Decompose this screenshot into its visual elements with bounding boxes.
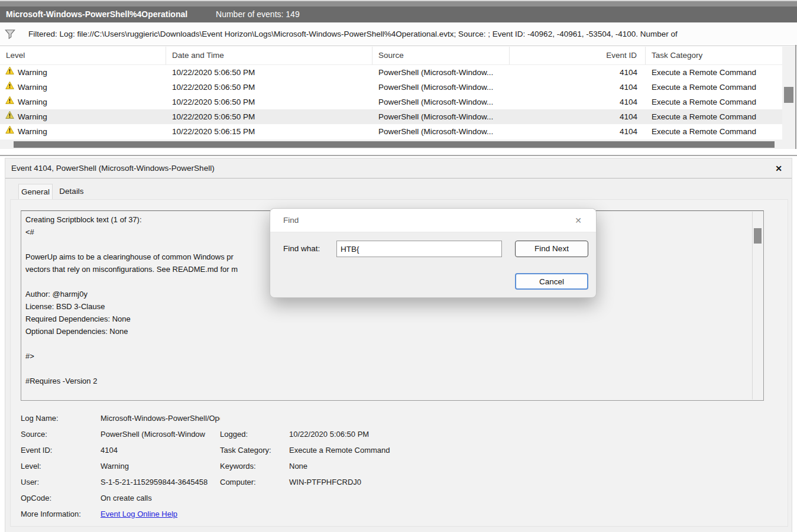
property-value: PowerShell (Microsoft-Window bbox=[101, 426, 220, 442]
scriptblock-line: Required Dependencies: None bbox=[25, 313, 749, 325]
find-what-input[interactable] bbox=[336, 241, 502, 257]
property-value bbox=[289, 410, 777, 426]
property-row: OpCode: On create calls bbox=[21, 490, 777, 506]
row-source: PowerShell (Microsoft-Window... bbox=[372, 124, 510, 139]
property-row: Log Name: Microsoft-Windows-PowerShell/O… bbox=[21, 410, 777, 426]
find-dialog-titlebar[interactable]: Find ✕ bbox=[270, 209, 596, 232]
scriptblock-line bbox=[25, 362, 749, 375]
event-viewer-window: Microsoft-Windows-PowerShell%4Operationa… bbox=[0, 0, 797, 532]
property-label: More Information: bbox=[21, 506, 101, 522]
filter-funnel-icon bbox=[5, 29, 15, 41]
scriptblock-line bbox=[25, 338, 749, 350]
row-datetime: 10/22/2020 5:06:50 PM bbox=[166, 109, 372, 124]
property-value: On create calls bbox=[101, 490, 220, 506]
column-header-datetime[interactable]: Date and Time bbox=[166, 47, 372, 64]
table-row[interactable]: Warning 10/22/2020 5:06:50 PM PowerShell… bbox=[0, 95, 782, 109]
row-task-category: Execute a Remote Command bbox=[646, 109, 782, 124]
property-value: 4104 bbox=[101, 442, 220, 458]
detail-pane-title: Event 4104, PowerShell (Microsoft-Window… bbox=[11, 158, 215, 179]
row-source: PowerShell (Microsoft-Window... bbox=[372, 95, 510, 109]
table-horizontal-scrollbar[interactable] bbox=[0, 140, 782, 149]
window-top-strip bbox=[0, 0, 797, 7]
event-log-online-help-link[interactable]: Event Log Online Help bbox=[101, 506, 220, 522]
event-properties: Log Name: Microsoft-Windows-PowerShell/O… bbox=[21, 410, 777, 522]
warning-icon bbox=[5, 65, 14, 80]
row-level: Warning bbox=[18, 95, 47, 109]
table-row[interactable]: Warning 10/22/2020 5:06:50 PM PowerShell… bbox=[0, 65, 782, 80]
message-vertical-scrollbar[interactable] bbox=[752, 212, 763, 400]
table-vertical-scrollbar[interactable] bbox=[782, 47, 795, 149]
property-value: Execute a Remote Command bbox=[289, 442, 777, 458]
row-datetime: 10/22/2020 5:06:15 PM bbox=[166, 124, 372, 139]
tab-details[interactable]: Details bbox=[54, 184, 89, 199]
property-label: Logged: bbox=[220, 426, 289, 442]
property-value: Warning bbox=[101, 458, 220, 474]
find-next-button[interactable]: Find Next bbox=[515, 241, 588, 257]
scrollbar-thumb[interactable] bbox=[14, 141, 775, 148]
splitter-line bbox=[0, 155, 797, 156]
row-task-category: Execute a Remote Command bbox=[646, 95, 782, 109]
row-datetime: 10/22/2020 5:06:50 PM bbox=[166, 65, 372, 80]
row-level: Warning bbox=[18, 80, 47, 95]
row-source: PowerShell (Microsoft-Window... bbox=[372, 65, 510, 80]
column-header-level[interactable]: Level bbox=[0, 47, 166, 64]
property-label: Level: bbox=[21, 458, 101, 474]
warning-icon bbox=[5, 95, 14, 109]
event-count: Number of events: 149 bbox=[216, 9, 300, 19]
property-value: None bbox=[289, 458, 777, 474]
property-row: Event ID: 4104 Task Category: Execute a … bbox=[21, 442, 777, 458]
column-header-source[interactable]: Source bbox=[372, 47, 510, 64]
warning-icon bbox=[5, 109, 14, 124]
property-row: Level: Warning Keywords: None bbox=[21, 458, 777, 474]
property-row: User: S-1-5-21-1152959844-3645458 Comput… bbox=[21, 474, 777, 490]
property-label: Source: bbox=[21, 426, 101, 442]
warning-icon bbox=[5, 124, 14, 139]
property-label bbox=[220, 490, 289, 506]
warning-icon bbox=[5, 80, 14, 95]
scriptblock-line: #Requires -Version 2 bbox=[25, 375, 749, 387]
property-label bbox=[220, 410, 289, 426]
row-event-id: 4104 bbox=[510, 80, 646, 95]
row-event-id: 4104 bbox=[510, 124, 646, 139]
table-row[interactable]: Warning 10/22/2020 5:06:15 PM PowerShell… bbox=[0, 124, 782, 139]
property-value: Microsoft-Windows-PowerShell/Operational bbox=[101, 410, 220, 426]
row-event-id: 4104 bbox=[510, 65, 646, 80]
scrollbar-thumb[interactable] bbox=[754, 228, 762, 244]
close-icon[interactable]: ✕ bbox=[773, 163, 785, 174]
row-task-category: Execute a Remote Command bbox=[646, 65, 782, 80]
row-level: Warning bbox=[18, 109, 47, 124]
property-label: Keywords: bbox=[220, 458, 289, 474]
column-header-task-category[interactable]: Task Category bbox=[646, 47, 782, 64]
find-dialog: Find ✕ Find what: Find Next Cancel bbox=[270, 208, 597, 298]
property-value: S-1-5-21-1152959844-3645458 bbox=[101, 474, 220, 490]
filter-bar: Filtered: Log: file://C:\Users\ruggieric… bbox=[0, 22, 797, 46]
row-level: Warning bbox=[18, 65, 47, 80]
cancel-button[interactable]: Cancel bbox=[515, 273, 588, 290]
log-name: Microsoft-Windows-PowerShell%4Operationa… bbox=[6, 9, 187, 19]
table-row[interactable]: Warning 10/22/2020 5:06:50 PM PowerShell… bbox=[0, 80, 782, 95]
scrollbar-thumb[interactable] bbox=[784, 87, 793, 103]
find-dialog-title: Find bbox=[283, 209, 299, 232]
log-title-bar: Microsoft-Windows-PowerShell%4Operationa… bbox=[0, 7, 797, 22]
event-table-header: Level Date and Time Source Event ID Task… bbox=[0, 47, 782, 65]
property-label: User: bbox=[21, 474, 101, 490]
filter-description: Filtered: Log: file://C:\Users\ruggieric… bbox=[28, 22, 678, 46]
property-value: 10/22/2020 5:06:50 PM bbox=[289, 426, 777, 442]
find-what-label: Find what: bbox=[283, 241, 320, 257]
row-task-category: Execute a Remote Command bbox=[646, 80, 782, 95]
column-header-event-id[interactable]: Event ID bbox=[510, 47, 646, 64]
table-row-selected[interactable]: Warning 10/22/2020 5:06:50 PM PowerShell… bbox=[0, 109, 782, 124]
property-label: Event ID: bbox=[21, 442, 101, 458]
property-value bbox=[289, 506, 777, 522]
row-datetime: 10/22/2020 5:06:50 PM bbox=[166, 95, 372, 109]
property-label: Computer: bbox=[220, 474, 289, 490]
property-label: Task Category: bbox=[220, 442, 289, 458]
row-task-category: Execute a Remote Command bbox=[646, 124, 782, 139]
close-icon[interactable]: ✕ bbox=[572, 215, 584, 226]
row-datetime: 10/22/2020 5:06:50 PM bbox=[166, 80, 372, 95]
pane-splitter[interactable] bbox=[0, 149, 797, 158]
scriptblock-line: License: BSD 3-Clause bbox=[25, 300, 749, 313]
tab-general[interactable]: General bbox=[18, 184, 53, 199]
scriptblock-line: #> bbox=[25, 350, 749, 362]
property-label bbox=[220, 506, 289, 522]
